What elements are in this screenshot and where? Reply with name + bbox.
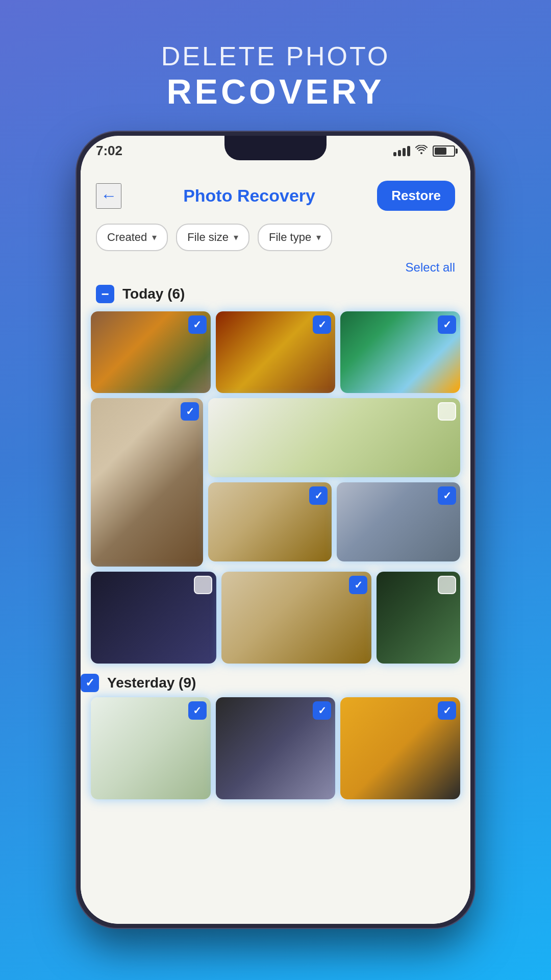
photo-item-large[interactable] (91, 398, 203, 567)
back-arrow-icon: ← (101, 186, 117, 205)
filter-bar: Created ▾ File size ▾ File type ▾ (81, 218, 470, 258)
chevron-down-icon: ▾ (152, 232, 157, 243)
restore-button[interactable]: Restore (377, 181, 455, 211)
photo-item[interactable] (340, 311, 460, 393)
phone-mockup: 7:02 (77, 132, 474, 928)
today-middle-row (81, 398, 470, 567)
yesterday-photos-row (81, 692, 470, 804)
yesterday-section-header: Yesterday (9) (81, 669, 470, 692)
page-title: Photo Recovery (183, 186, 315, 206)
filter-created[interactable]: Created ▾ (96, 224, 168, 251)
photo-checkbox[interactable] (349, 576, 367, 594)
app-header: ← Photo Recovery Restore (81, 170, 470, 218)
photo-checkbox[interactable] (438, 576, 456, 594)
photo-checkbox[interactable] (313, 315, 331, 334)
chevron-down-icon: ▾ (316, 232, 321, 243)
filter-filetype-label: File type (269, 231, 311, 244)
back-button[interactable]: ← (96, 183, 121, 209)
photo-item[interactable] (208, 398, 460, 477)
scroll-content[interactable]: ← Photo Recovery Restore Created ▾ File … (81, 170, 470, 924)
filter-filesize-label: File size (187, 231, 229, 244)
battery-icon (433, 145, 455, 157)
photo-item[interactable] (91, 572, 216, 664)
photo-checkbox[interactable] (194, 576, 212, 594)
photo-item[interactable] (216, 311, 336, 393)
signal-icon (393, 146, 410, 156)
photo-item[interactable] (91, 697, 211, 799)
photo-checkbox[interactable] (438, 701, 456, 720)
right-column (208, 398, 460, 567)
yesterday-checkbox[interactable] (81, 674, 99, 692)
photo-item[interactable] (91, 311, 211, 393)
today-bottom-row (81, 572, 470, 664)
app-title-line2: RECOVERY (161, 71, 390, 111)
wifi-icon (415, 145, 428, 157)
photo-checkbox[interactable] (188, 315, 207, 334)
photo-checkbox[interactable] (188, 701, 207, 720)
photo-checkbox[interactable] (181, 402, 199, 421)
photo-checkbox[interactable] (309, 486, 328, 505)
status-time: 7:02 (96, 143, 122, 159)
notch (224, 136, 327, 160)
photo-checkbox[interactable] (438, 402, 456, 421)
filter-filesize[interactable]: File size ▾ (176, 224, 249, 251)
photo-item[interactable] (340, 697, 460, 799)
photo-item[interactable] (337, 482, 460, 561)
photo-item[interactable] (216, 697, 336, 799)
today-top-row (81, 311, 470, 393)
photo-checkbox[interactable] (313, 701, 331, 720)
today-checkbox[interactable] (96, 285, 114, 303)
phone-screen: 7:02 (81, 136, 470, 924)
filter-created-label: Created (107, 231, 147, 244)
app-content: ← Photo Recovery Restore Created ▾ File … (81, 170, 470, 924)
select-all-button[interactable]: Select all (406, 260, 455, 275)
photo-pair (208, 482, 460, 567)
select-all-row: Select all (81, 258, 470, 280)
photo-checkbox[interactable] (438, 315, 456, 334)
chevron-down-icon: ▾ (234, 232, 238, 243)
yesterday-section-title: Yesterday (9) (107, 675, 196, 691)
status-icons (393, 145, 455, 157)
today-section-header: Today (6) (81, 280, 470, 311)
title-area: DELETE PHOTO RECOVERY (161, 41, 390, 111)
app-title-line1: DELETE PHOTO (161, 41, 390, 71)
photo-item[interactable] (377, 572, 460, 664)
filter-filetype[interactable]: File type ▾ (258, 224, 332, 251)
photo-item[interactable] (208, 482, 332, 561)
today-section-title: Today (6) (122, 286, 185, 302)
photo-checkbox[interactable] (438, 486, 456, 505)
photo-item[interactable] (221, 572, 372, 664)
